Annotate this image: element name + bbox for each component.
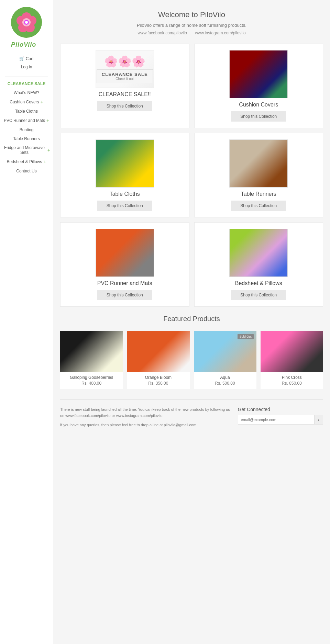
login-link[interactable]: Log in: [21, 64, 32, 70]
logo-flower-svg: [14, 10, 38, 34]
tablerunner-collection-title: Table Runners: [241, 191, 276, 197]
nav-clearance-label: CLEARANCE SALE: [8, 81, 46, 86]
nav-table-runners-label: Table Runners: [13, 136, 40, 141]
pink-cross-price: Rs. 850.00: [282, 381, 302, 386]
cushion-collection-title: Cushion Covers: [239, 102, 278, 108]
logo-circle: [11, 7, 42, 38]
tablecloth-shop-btn[interactable]: Shop this Collection: [97, 201, 152, 211]
product-card-pink-cross: Pink Cross Rs. 850.00: [261, 331, 323, 389]
footer-left-text: There is new stuff being launched all th…: [60, 407, 231, 419]
logo-container: PiloVilo: [11, 7, 42, 55]
nav-cushion-covers[interactable]: Cushion Covers +: [0, 98, 53, 106]
aqua-name: Aqua: [218, 375, 232, 380]
aqua-price: Rs. 500.00: [215, 381, 235, 386]
email-subscribe-wrap: ›: [238, 415, 323, 425]
email-subscribe-input[interactable]: [238, 416, 314, 424]
bedsheet-plus-icon: +: [43, 159, 46, 165]
cart-icon: 🛒: [19, 56, 24, 61]
welcome-description: PiloVilo offers a range of home soft fur…: [60, 23, 323, 28]
nav-pvc-runner[interactable]: PVC Runner and Mats +: [0, 116, 53, 125]
cart-link[interactable]: 🛒 Cart: [19, 55, 33, 62]
pink-cross-img-wrap: [261, 331, 323, 372]
footer-section: There is new stuff being launched all th…: [60, 399, 323, 431]
nav-contact[interactable]: Contact Us: [0, 167, 53, 175]
pvc-plus-icon: +: [46, 118, 49, 123]
sidebar-links: 🛒 Cart Log in: [0, 55, 53, 70]
footer-right: Get Connected ›: [238, 407, 323, 428]
tablecloth-image: [96, 139, 154, 188]
get-connected-title: Get Connected: [238, 407, 323, 412]
orange-bloom-price: Rs. 350.00: [148, 381, 168, 386]
tablerunner-shop-btn[interactable]: Shop this Collection: [231, 201, 286, 211]
nav-cushion-label: Cushion Covers: [10, 100, 39, 104]
clearance-check-text: Check it out: [102, 77, 148, 81]
products-grid: Galloping Gooseberries Rs. 400.00 Orange…: [60, 331, 323, 389]
bedsheet-collection-title: Bedsheet & Pillows: [235, 280, 282, 286]
product-card-orange-bloom: Orange Bloom Rs. 350.00: [127, 331, 189, 389]
pvc-runner-image: [96, 229, 154, 277]
clearance-collection-title: CLEARANCE SALE!!: [99, 91, 151, 98]
nav-fridge[interactable]: Fridge and Microwave Sets +: [0, 144, 53, 157]
cart-label: Cart: [26, 56, 34, 61]
cushion-plus-icon: +: [41, 99, 43, 105]
nav-bedsheet[interactable]: Bedsheet & Pillows +: [0, 157, 53, 166]
nav-bunting-label: Bunting: [20, 127, 34, 132]
nav-bunting[interactable]: Bunting: [0, 126, 53, 134]
email-subscribe-btn[interactable]: ›: [314, 415, 323, 424]
collection-card-tablerunner: Table Runners Shop this Collection: [194, 133, 323, 217]
welcome-title: Welcome to PiloVilo: [60, 10, 323, 19]
pvc-shop-btn[interactable]: Shop this Collection: [97, 290, 152, 300]
nav-whats-new[interactable]: What's NEW?: [0, 89, 53, 97]
pink-cross-image: [261, 331, 323, 372]
collections-grid: 🌸🌸🌸 CLEARANCE SALE Check it out CLEARANC…: [60, 44, 323, 307]
clearance-label-box: CLEARANCE SALE Check it out: [97, 69, 153, 83]
main-content: Welcome to PiloVilo PiloVilo offers a ra…: [53, 0, 330, 644]
bedsheet-shop-btn[interactable]: Shop this Collection: [231, 290, 286, 300]
nav-bedsheet-label: Bedsheet & Pillows: [7, 159, 42, 164]
collection-card-bedsheet: Bedsheet & Pillows Shop this Collection: [194, 222, 323, 307]
nav-whats-new-label: What's NEW?: [14, 90, 39, 95]
orange-bloom-image: [127, 331, 189, 372]
welcome-section: Welcome to PiloVilo PiloVilo offers a ra…: [60, 10, 323, 35]
product-card-galloping: Galloping Gooseberries Rs. 400.00: [60, 331, 123, 389]
nav-pvc-label: PVC Runner and Mats: [4, 118, 45, 123]
clearance-sale-text: CLEARANCE SALE: [102, 72, 148, 77]
collection-card-pvc: PVC Runner and Mats Shop this Collection: [60, 222, 189, 307]
bedsheet-image: [229, 229, 288, 277]
sidebar: PiloVilo 🛒 Cart Log in CLEARANCE SALE Wh…: [0, 0, 53, 644]
clearance-card-image: 🌸🌸🌸 CLEARANCE SALE Check it out: [96, 50, 154, 88]
clearance-flowers-icon: 🌸🌸🌸: [104, 55, 145, 68]
orange-bloom-name: Orange Bloom: [143, 375, 174, 380]
tablecloth-collection-title: Table Cloths: [110, 191, 140, 197]
pvc-collection-title: PVC Runner and Mats: [97, 280, 152, 286]
collection-card-clearance: 🌸🌸🌸 CLEARANCE SALE Check it out CLEARANC…: [60, 44, 189, 128]
galloping-image: [60, 331, 123, 372]
cushion-shop-btn[interactable]: Shop this Collection: [231, 111, 286, 122]
facebook-link[interactable]: www.facebook.com/pilovilo: [138, 31, 187, 35]
footer-bottom-note: If you have any queries, then please fee…: [60, 422, 231, 428]
welcome-social-links: www.facebook.com/pilovilo , www.instagra…: [60, 31, 323, 35]
featured-title: Featured Products: [60, 315, 323, 323]
cushion-cover-image: [229, 50, 288, 98]
footer-left: There is new stuff being launched all th…: [60, 407, 231, 428]
orange-bloom-img-wrap: [127, 331, 189, 372]
clearance-shop-btn[interactable]: Shop this Collection: [97, 101, 152, 111]
nav-fridge-label: Fridge and Microwave Sets: [3, 145, 46, 155]
nav-clearance-sale[interactable]: CLEARANCE SALE: [0, 80, 53, 88]
login-label: Log in: [21, 65, 32, 69]
nav-table-cloths[interactable]: Table Cloths: [0, 107, 53, 115]
collection-card-cushion: Cushion Covers Shop this Collection: [194, 44, 323, 128]
fridge-plus-icon: +: [47, 147, 50, 153]
svg-point-7: [25, 21, 28, 24]
product-card-aqua: Sold Out Aqua Rs. 500.00: [194, 331, 256, 389]
sidebar-divider: [5, 77, 47, 77]
nav-contact-label: Contact Us: [16, 169, 36, 173]
nav-table-runners[interactable]: Table Runners: [0, 135, 53, 143]
pink-cross-name: Pink Cross: [280, 375, 304, 380]
galloping-img-wrap: [60, 331, 123, 372]
instagram-link[interactable]: www.instagram.com/pilovilo: [195, 31, 245, 35]
sold-out-badge: Sold Out: [238, 334, 254, 339]
collection-card-tablecloth: Table Cloths Shop this Collection: [60, 133, 189, 217]
tablerunner-image: [229, 139, 288, 188]
nav-table-cloths-label: Table Cloths: [15, 109, 38, 114]
